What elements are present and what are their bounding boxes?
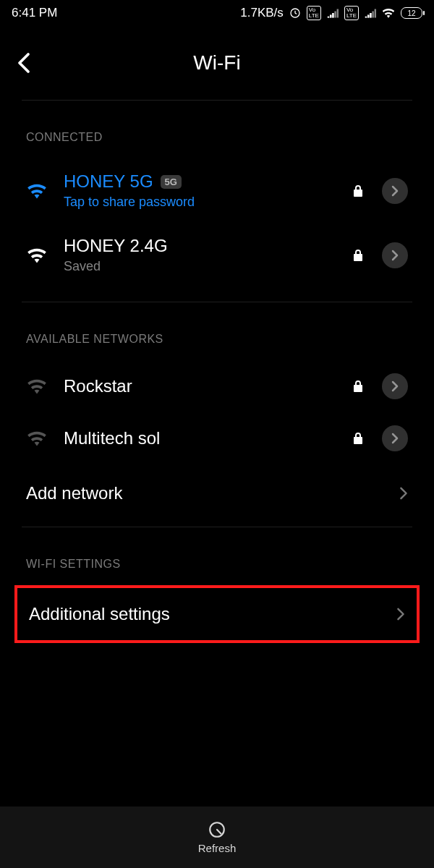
wifi-network-saved[interactable]: HONEY 2.4G Saved xyxy=(0,223,434,287)
lock-icon xyxy=(350,185,366,197)
network-name: HONEY 5G xyxy=(64,171,153,192)
network-details-button[interactable] xyxy=(382,373,408,399)
network-details-button[interactable] xyxy=(382,425,408,451)
refresh-icon xyxy=(208,820,226,839)
add-network-button[interactable]: Add network xyxy=(0,464,434,522)
network-name: Multitech sol xyxy=(64,428,334,448)
network-details-button[interactable] xyxy=(382,242,408,268)
status-time: 6:41 PM xyxy=(12,6,57,20)
wifi-icon xyxy=(26,247,48,263)
back-button[interactable] xyxy=(17,48,46,77)
chevron-right-icon xyxy=(399,486,408,501)
network-name: HONEY 2.4G xyxy=(64,236,334,256)
volte-badge-2: VoLTE xyxy=(344,6,359,20)
lock-icon xyxy=(350,380,366,392)
highlight-box: Additional settings xyxy=(14,585,420,643)
wifi-network-available[interactable]: Rockstar xyxy=(0,360,434,412)
wifi-status-icon xyxy=(382,8,395,18)
signal-icon-1 xyxy=(327,8,339,18)
network-name: Rockstar xyxy=(64,376,334,396)
wifi-network-available[interactable]: Multitech sol xyxy=(0,412,434,464)
page-header: Wi-Fi xyxy=(0,26,434,100)
chevron-right-icon xyxy=(396,607,405,621)
status-data-rate: 1.7KB/s xyxy=(240,6,284,20)
network-subtitle: Tap to share password xyxy=(64,195,334,210)
section-label-available: AVAILABLE NETWORKS xyxy=(0,302,434,360)
page-title: Wi-Fi xyxy=(0,51,434,75)
network-details-button[interactable] xyxy=(382,178,408,204)
lock-icon xyxy=(350,250,366,261)
signal-icon-2 xyxy=(365,8,376,18)
wifi-icon xyxy=(26,378,48,394)
5g-badge: 5G xyxy=(161,175,182,189)
alarm-icon xyxy=(289,7,301,19)
additional-settings-button[interactable]: Additional settings xyxy=(17,588,417,640)
network-subtitle: Saved xyxy=(64,259,334,274)
section-label-connected: CONNECTED xyxy=(0,101,434,158)
battery-icon: 12 xyxy=(401,7,422,19)
wifi-network-connected[interactable]: HONEY 5G 5G Tap to share password xyxy=(0,158,434,223)
section-label-wifi-settings: WI-FI SETTINGS xyxy=(0,527,434,585)
status-bar: 6:41 PM 1.7KB/s VoLTE VoLTE 12 xyxy=(0,0,434,26)
refresh-button[interactable]: Refresh xyxy=(0,807,434,868)
wifi-icon xyxy=(26,430,48,446)
volte-badge-1: VoLTE xyxy=(307,6,321,20)
wifi-icon xyxy=(26,183,48,199)
lock-icon xyxy=(350,433,366,444)
